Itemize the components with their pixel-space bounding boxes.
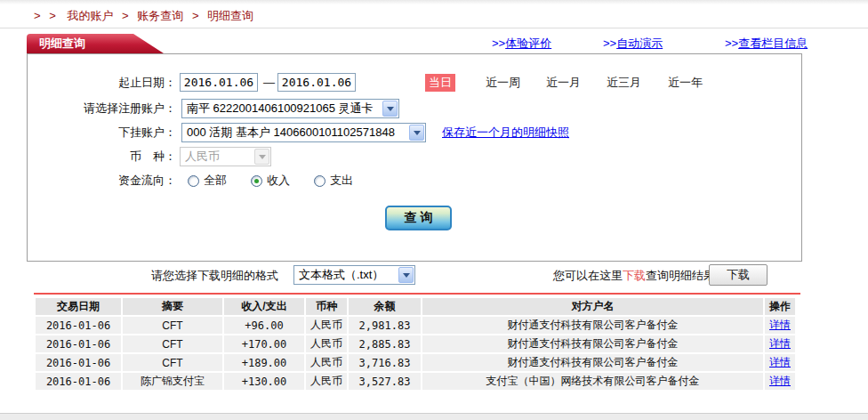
tab-detail-query: 明细查询 bbox=[27, 34, 164, 53]
quick-range-year[interactable]: 近一年 bbox=[668, 73, 703, 93]
download-format-select[interactable]: 文本格式（.txt） bbox=[293, 265, 415, 285]
table-row: 2016-01-06 CFT +170.00 人民币 2,885.83 财付通支… bbox=[36, 335, 795, 352]
cell-date: 2016-01-06 bbox=[36, 335, 121, 352]
table-header-row: 交易日期 摘要 收入/支出 币种 余额 对方户名 操作 bbox=[36, 298, 795, 315]
col-currency: 币种 bbox=[306, 298, 347, 315]
quick-range-week[interactable]: 近一周 bbox=[486, 73, 520, 93]
breadcrumb-item-my-account[interactable]: 我的账户 bbox=[67, 9, 113, 22]
sub-account-label: 下挂账户： bbox=[28, 123, 176, 142]
radio-expense-label: 支出 bbox=[330, 173, 353, 189]
date-to-input[interactable] bbox=[277, 73, 356, 92]
currency-label: 币 种： bbox=[28, 147, 176, 166]
date-range-label: 起止日期： bbox=[28, 73, 176, 93]
cell-balance: 3,716.83 bbox=[349, 354, 421, 371]
cell-amount: +189.00 bbox=[224, 354, 304, 371]
cell-summary: 陈广锦支付宝 bbox=[123, 373, 222, 390]
cell-counterparty: 支付宝（中国）网络技术有限公司客户备付金 bbox=[422, 373, 763, 390]
chevron-down-icon[interactable] bbox=[382, 101, 398, 117]
table-row: 2016-01-06 陈广锦支付宝 +130.00 人民币 3,527.83 支… bbox=[36, 373, 795, 390]
link-auto-demo[interactable]: >>自动演示 bbox=[603, 36, 663, 52]
col-balance: 余额 bbox=[349, 298, 421, 315]
cell-currency: 人民币 bbox=[306, 335, 347, 352]
cell-balance: 2,981.83 bbox=[349, 317, 421, 334]
chevron-down-icon bbox=[254, 149, 269, 165]
cell-amount: +130.00 bbox=[224, 373, 304, 390]
table-separator bbox=[34, 293, 800, 295]
radio-all-label: 全部 bbox=[204, 173, 227, 189]
cell-summary: CFT bbox=[123, 317, 222, 334]
sub-account-select[interactable]: 000 活期 基本户 1406600101102571848 bbox=[181, 123, 426, 142]
transaction-table: 交易日期 摘要 收入/支出 币种 余额 对方户名 操作 2016-01-06 C… bbox=[34, 296, 797, 392]
quick-range-quarter[interactable]: 近三月 bbox=[607, 73, 641, 93]
cell-balance: 3,527.83 bbox=[349, 373, 421, 390]
flow-direction-radios: 全部 收入 支出 bbox=[188, 173, 353, 189]
cell-counterparty: 财付通支付科技有限公司客户备付金 bbox=[422, 317, 763, 334]
cell-summary: CFT bbox=[123, 335, 222, 352]
cell-currency: 人民币 bbox=[306, 373, 347, 390]
chevron-down-icon[interactable] bbox=[398, 267, 414, 283]
col-action: 操作 bbox=[765, 298, 795, 315]
cell-amount: +170.00 bbox=[224, 335, 304, 352]
page-title: 明细查询 bbox=[39, 36, 85, 50]
flow-direction-label: 资金流向： bbox=[28, 171, 176, 190]
download-hint-after: 查询明细结果 bbox=[646, 269, 715, 282]
link-label: 体验评价 bbox=[505, 36, 551, 50]
breadcrumb-item-account-query[interactable]: 账务查询 bbox=[137, 9, 183, 22]
detail-link[interactable]: 详情 bbox=[769, 337, 791, 350]
download-format-value: 文本格式（.txt） bbox=[299, 268, 383, 281]
cell-summary: CFT bbox=[123, 354, 222, 371]
cell-counterparty: 财付通支付科技有限公司客户备付金 bbox=[422, 354, 763, 371]
page: > > 我的账户 > 账务查询 > 明细查询 明细查询 >>体验评价 >>自动演… bbox=[0, 0, 868, 420]
col-summary: 摘要 bbox=[123, 298, 222, 315]
chevron-down-icon[interactable] bbox=[409, 125, 424, 141]
cell-counterparty: 财付通支付科技有限公司客户备付金 bbox=[422, 335, 763, 352]
radio-income-label: 收入 bbox=[267, 173, 290, 189]
download-hint-link[interactable]: 下载 bbox=[623, 269, 646, 282]
quick-range-month[interactable]: 近一月 bbox=[546, 73, 581, 93]
cell-currency: 人民币 bbox=[306, 317, 347, 334]
radio-icon[interactable] bbox=[314, 175, 326, 187]
cell-date: 2016-01-06 bbox=[36, 354, 121, 371]
link-experience-rating[interactable]: >>体验评价 bbox=[492, 36, 551, 52]
link-column-info[interactable]: >>查看栏目信息 bbox=[725, 36, 808, 52]
query-form-panel: 起止日期： — 当日 近一周 近一月 近三月 近一年 请选择注册账户： 南平 6… bbox=[27, 53, 802, 262]
link-arrows: >> bbox=[603, 36, 616, 50]
save-snapshot-link[interactable]: 保存近一个月的明细快照 bbox=[442, 123, 569, 142]
currency-select: 人民币 bbox=[180, 147, 271, 166]
cell-amount: +96.00 bbox=[224, 317, 304, 334]
table-row: 2016-01-06 CFT +96.00 人民币 2,981.83 财付通支付… bbox=[36, 317, 795, 334]
radio-income[interactable]: 收入 bbox=[251, 173, 290, 189]
download-hint-before: 您可以在这里 bbox=[553, 269, 623, 282]
currency-value: 人民币 bbox=[185, 149, 220, 163]
radio-expense[interactable]: 支出 bbox=[314, 173, 353, 189]
table-row: 2016-01-06 CFT +189.00 人民币 3,716.83 财付通支… bbox=[36, 354, 795, 371]
radio-all[interactable]: 全部 bbox=[188, 173, 227, 189]
download-format-label: 请您选择下载明细的格式 bbox=[151, 268, 278, 284]
radio-icon[interactable] bbox=[188, 175, 199, 187]
quick-range-today-badge[interactable]: 当日 bbox=[425, 74, 455, 92]
detail-link[interactable]: 详情 bbox=[769, 356, 791, 368]
col-date: 交易日期 bbox=[36, 298, 121, 315]
registered-account-select[interactable]: 南平 6222001406100921065 灵通卡 bbox=[181, 99, 399, 118]
detail-link[interactable]: 详情 bbox=[769, 319, 791, 331]
cell-balance: 2,885.83 bbox=[349, 335, 421, 352]
date-dash: — bbox=[263, 73, 275, 93]
registered-account-value: 南平 6222001406100921065 灵通卡 bbox=[187, 101, 374, 115]
query-button[interactable]: 查 询 bbox=[385, 206, 452, 230]
cell-date: 2016-01-06 bbox=[36, 317, 121, 334]
col-counterparty: 对方户名 bbox=[422, 298, 763, 315]
col-amount: 收入/支出 bbox=[224, 298, 304, 315]
breadcrumb-item-detail-query[interactable]: 明细查询 bbox=[207, 9, 253, 22]
detail-link[interactable]: 详情 bbox=[769, 375, 791, 387]
bottom-strip bbox=[0, 413, 868, 420]
cell-currency: 人民币 bbox=[306, 354, 347, 371]
breadcrumb-separator: > bbox=[122, 9, 129, 22]
radio-icon[interactable] bbox=[251, 175, 262, 187]
date-from-input[interactable] bbox=[180, 73, 258, 92]
divider bbox=[0, 28, 868, 28]
registered-account-label: 请选择注册账户： bbox=[28, 99, 176, 118]
download-button[interactable]: 下载 bbox=[709, 264, 768, 286]
link-arrows: >> bbox=[725, 36, 738, 50]
sub-account-value: 000 活期 基本户 1406600101102571848 bbox=[187, 125, 395, 139]
link-arrows: >> bbox=[492, 36, 505, 50]
